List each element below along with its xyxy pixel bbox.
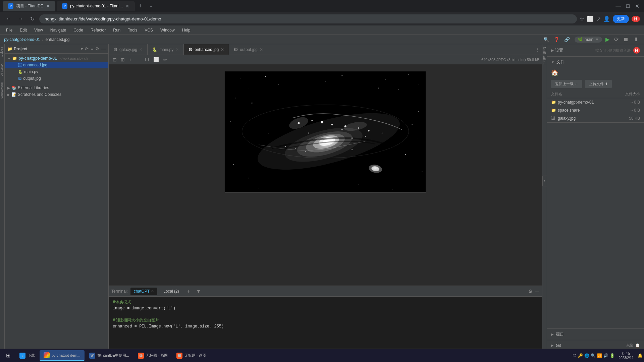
reload-button[interactable]: ↻ (28, 14, 37, 23)
share-icon[interactable]: ↗ (596, 16, 601, 22)
url-input[interactable] (39, 14, 577, 23)
zoom-in-button[interactable]: + (127, 56, 133, 63)
back-button[interactable]: ← (4, 14, 13, 23)
branch-name[interactable]: main (585, 37, 593, 42)
breadcrumb-file[interactable]: enhanced.jpg (45, 37, 69, 42)
tree-root[interactable]: ▼ 📁 py-chatgpt-demo-01 ~/workspace/py-ch… (5, 55, 108, 62)
tray-battery-icon[interactable]: 🔋 (610, 353, 615, 358)
pencil-button[interactable]: ✏ (162, 56, 168, 63)
fit-page-button[interactable]: ⬜ (152, 56, 160, 63)
screenshot-icon[interactable]: ⬜ (587, 16, 594, 22)
enhanced-tab-close[interactable]: ✕ (221, 47, 224, 52)
start-button[interactable]: ⊞ (1, 350, 15, 361)
collapse-icon[interactable]: ≡ (91, 46, 93, 51)
user-right-avatar[interactable]: H (633, 47, 640, 54)
reload-code-button[interactable]: ⟳ (613, 36, 620, 43)
taskbar-paint-1[interactable]: 🖼 无标题 - 画图 (134, 350, 172, 361)
pause-button[interactable]: ⏸ (632, 36, 640, 43)
tab-output[interactable]: 🖼 output.jpg ✕ (229, 44, 268, 55)
menu-tools[interactable]: Tools (124, 26, 141, 34)
settings-chevron[interactable]: ▶ (551, 48, 554, 53)
menu-code[interactable]: Code (70, 26, 87, 34)
breadcrumb-project[interactable]: py-chatgpt-demo-01 (4, 37, 40, 42)
play-button[interactable]: ▶ (604, 36, 611, 43)
share-icon[interactable]: 🔗 (564, 37, 570, 42)
settings-label[interactable]: 设置 (555, 48, 563, 53)
fm-file-3[interactable]: 🖼 galaxy.jpg 58 KB (547, 114, 644, 122)
menu-edit[interactable]: Edit (16, 26, 30, 34)
tray-search-icon[interactable]: 🔍 (591, 353, 596, 358)
menu-window[interactable]: Window (157, 26, 178, 34)
bookmarks-tab[interactable]: Bookmarks (0, 79, 4, 101)
forward-button[interactable]: → (16, 14, 25, 23)
tree-file-enhanced[interactable]: 🖼 enhanced.jpg (5, 62, 108, 68)
tray-wifi-icon[interactable]: 📶 (597, 353, 602, 358)
tab-overflow[interactable]: ⌄ (147, 2, 155, 10)
chatgpt-tab-close[interactable]: ✕ (151, 289, 154, 293)
terminal-settings-icon[interactable]: ⚙ (528, 289, 533, 294)
terminal-add-button[interactable]: + (185, 288, 192, 294)
close-button[interactable]: ✕ (633, 2, 641, 11)
update-button[interactable]: 更新 (613, 15, 629, 23)
file-section-header[interactable]: ▼ 文件 (547, 57, 644, 68)
zoom-fit-button[interactable]: ⊡ (111, 56, 118, 63)
tab-mainpy[interactable]: 🐍 main.py ✕ (148, 44, 184, 55)
browser-tab-2[interactable]: P py-chatgpt-demo-01 - TitanI... ✕ (57, 1, 135, 11)
mainpy-tab-close[interactable]: ✕ (175, 47, 179, 52)
tab-close-1[interactable]: ✕ (46, 3, 50, 9)
output-tab-close[interactable]: ✕ (260, 47, 263, 52)
upload-file-button[interactable]: 上传文件 ⬆ (585, 80, 612, 88)
bookmark-icon[interactable]: ☆ (580, 16, 584, 22)
stop-button[interactable]: ⏹ (622, 36, 630, 43)
structure-tab[interactable]: Structure (0, 60, 4, 79)
menu-navigate[interactable]: Navigate (47, 26, 69, 34)
git-clone-icon[interactable]: 📋 (635, 343, 640, 348)
fm-file-2[interactable]: 📁 space.share ~ 0 B (547, 106, 644, 114)
back-dir-button[interactable]: 返回上一级 ← (551, 80, 582, 88)
tree-dropdown-icon[interactable]: ▼ (80, 47, 84, 51)
minimize-button[interactable]: — (613, 2, 623, 10)
tray-notification-icon[interactable]: 🔔 (638, 353, 643, 358)
taskbar-paint-2[interactable]: 🖼 无标题 - 画图 (172, 350, 210, 361)
tree-file-output[interactable]: 🖼 output.jpg (5, 75, 108, 82)
menu-vcs[interactable]: VCS (141, 26, 156, 34)
tree-scratches[interactable]: ▶ 📝 Scratches and Consoles (5, 91, 108, 98)
tray-key-icon[interactable]: 🔑 (578, 353, 583, 358)
menu-run[interactable]: Run (110, 26, 124, 34)
maximize-button[interactable]: □ (624, 2, 632, 10)
tab-close-2[interactable]: ✕ (125, 3, 129, 9)
sync-icon[interactable]: ⟳ (85, 46, 89, 51)
terminal-tab-chatgpt[interactable]: chatGPT ✕ (130, 288, 157, 295)
tray-network-icon[interactable]: 🌐 (584, 353, 589, 358)
hide-icon[interactable]: — (101, 46, 106, 51)
menu-view[interactable]: View (31, 26, 46, 34)
zoom-out-button[interactable]: — (134, 56, 142, 63)
search-icon[interactable]: 🔍 (543, 37, 549, 42)
menu-file[interactable]: File (3, 26, 16, 34)
taskbar-clock[interactable]: 0:45 2023/2/11 (616, 351, 637, 360)
new-tab-button[interactable]: + (136, 1, 145, 11)
port-section[interactable]: ▶ 端口 (547, 328, 644, 340)
settings-icon[interactable]: ⚙ (95, 46, 99, 51)
chevron-down-icon[interactable]: ▼ (595, 38, 599, 41)
notifications-label[interactable]: Notifications (542, 44, 547, 68)
terminal-content[interactable]: #转换模式 image = image.convert('L') #创建相同大小… (109, 297, 542, 353)
taskbar-chrome[interactable]: C py-chatgpt-dem... (40, 350, 85, 361)
panel-expand-arrow[interactable]: › (542, 176, 547, 186)
taskbar-word[interactable]: W 在TitanIDE中使用... (85, 350, 133, 361)
terminal-dropdown-button[interactable]: ▼ (195, 289, 202, 294)
tray-sound-icon[interactable]: 🔊 (603, 353, 608, 358)
terminal-minimize-icon[interactable]: — (535, 289, 539, 294)
help-icon[interactable]: ❓ (554, 37, 559, 42)
fm-file-1[interactable]: 📁 py-chatgpt-demo-01 ~ 0 B (547, 98, 644, 106)
user-avatar[interactable]: H (632, 16, 640, 22)
menu-refactor[interactable]: Refactor (87, 26, 109, 34)
image-viewer[interactable] (109, 64, 542, 286)
project-tab[interactable]: Project (0, 44, 4, 60)
menu-help[interactable]: Help (179, 26, 194, 34)
tab-enhanced[interactable]: 🖼 enhanced.jpg ✕ (184, 44, 229, 55)
terminal-tab-local[interactable]: Local (2) (160, 288, 182, 295)
tree-file-main[interactable]: 🐍 main.py (5, 68, 108, 75)
tray-shield-icon[interactable]: 🛡 (573, 353, 577, 358)
tree-external-libs[interactable]: ▶ 📚 External Libraries (5, 84, 108, 91)
